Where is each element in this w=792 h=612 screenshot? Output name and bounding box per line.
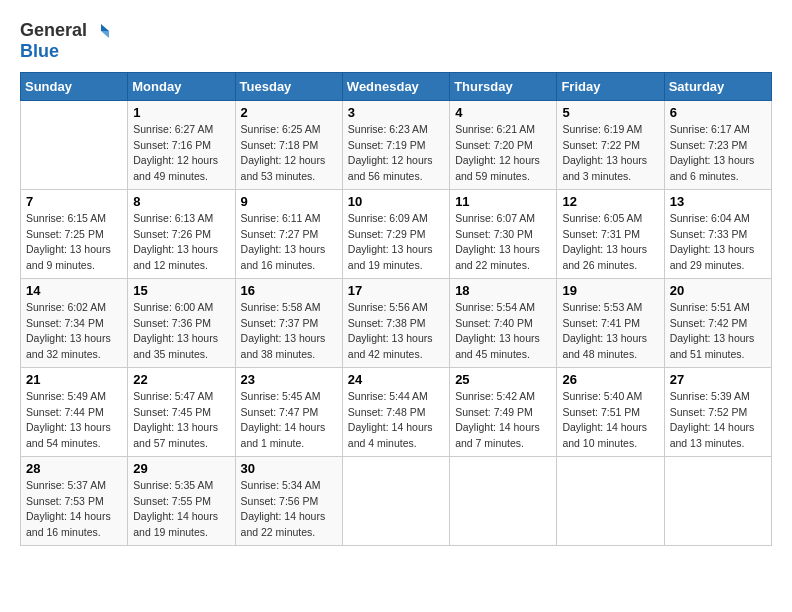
day-info: Sunrise: 5:54 AM Sunset: 7:40 PM Dayligh… — [455, 300, 551, 363]
day-info: Sunrise: 6:11 AM Sunset: 7:27 PM Dayligh… — [241, 211, 337, 274]
day-info: Sunrise: 6:02 AM Sunset: 7:34 PM Dayligh… — [26, 300, 122, 363]
day-number: 13 — [670, 194, 766, 209]
calendar-week-row: 21Sunrise: 5:49 AM Sunset: 7:44 PM Dayli… — [21, 367, 772, 456]
day-info: Sunrise: 5:56 AM Sunset: 7:38 PM Dayligh… — [348, 300, 444, 363]
calendar-body: 1Sunrise: 6:27 AM Sunset: 7:16 PM Daylig… — [21, 100, 772, 545]
day-info: Sunrise: 6:25 AM Sunset: 7:18 PM Dayligh… — [241, 122, 337, 185]
calendar-table: SundayMondayTuesdayWednesdayThursdayFrid… — [20, 72, 772, 546]
weekday-cell: Monday — [128, 72, 235, 100]
day-info: Sunrise: 6:09 AM Sunset: 7:29 PM Dayligh… — [348, 211, 444, 274]
day-number: 8 — [133, 194, 229, 209]
day-number: 29 — [133, 461, 229, 476]
day-number: 30 — [241, 461, 337, 476]
day-number: 5 — [562, 105, 658, 120]
calendar-day-cell: 26Sunrise: 5:40 AM Sunset: 7:51 PM Dayli… — [557, 367, 664, 456]
logo-bird-icon — [89, 20, 111, 42]
day-number: 6 — [670, 105, 766, 120]
day-info: Sunrise: 6:13 AM Sunset: 7:26 PM Dayligh… — [133, 211, 229, 274]
day-number: 14 — [26, 283, 122, 298]
day-info: Sunrise: 6:15 AM Sunset: 7:25 PM Dayligh… — [26, 211, 122, 274]
day-info: Sunrise: 6:19 AM Sunset: 7:22 PM Dayligh… — [562, 122, 658, 185]
calendar-day-cell: 24Sunrise: 5:44 AM Sunset: 7:48 PM Dayli… — [342, 367, 449, 456]
calendar-day-cell: 5Sunrise: 6:19 AM Sunset: 7:22 PM Daylig… — [557, 100, 664, 189]
day-info: Sunrise: 5:37 AM Sunset: 7:53 PM Dayligh… — [26, 478, 122, 541]
day-info: Sunrise: 5:44 AM Sunset: 7:48 PM Dayligh… — [348, 389, 444, 452]
logo: General Blue — [20, 20, 111, 62]
calendar-day-cell: 20Sunrise: 5:51 AM Sunset: 7:42 PM Dayli… — [664, 278, 771, 367]
day-number: 17 — [348, 283, 444, 298]
calendar-day-cell: 11Sunrise: 6:07 AM Sunset: 7:30 PM Dayli… — [450, 189, 557, 278]
day-info: Sunrise: 5:45 AM Sunset: 7:47 PM Dayligh… — [241, 389, 337, 452]
calendar-day-cell — [21, 100, 128, 189]
weekday-cell: Sunday — [21, 72, 128, 100]
calendar-day-cell: 18Sunrise: 5:54 AM Sunset: 7:40 PM Dayli… — [450, 278, 557, 367]
day-number: 15 — [133, 283, 229, 298]
day-number: 10 — [348, 194, 444, 209]
day-number: 7 — [26, 194, 122, 209]
day-info: Sunrise: 5:39 AM Sunset: 7:52 PM Dayligh… — [670, 389, 766, 452]
day-number: 23 — [241, 372, 337, 387]
calendar-day-cell: 22Sunrise: 5:47 AM Sunset: 7:45 PM Dayli… — [128, 367, 235, 456]
day-number: 18 — [455, 283, 551, 298]
day-info: Sunrise: 5:49 AM Sunset: 7:44 PM Dayligh… — [26, 389, 122, 452]
calendar-day-cell: 27Sunrise: 5:39 AM Sunset: 7:52 PM Dayli… — [664, 367, 771, 456]
calendar-day-cell: 23Sunrise: 5:45 AM Sunset: 7:47 PM Dayli… — [235, 367, 342, 456]
calendar-day-cell: 8Sunrise: 6:13 AM Sunset: 7:26 PM Daylig… — [128, 189, 235, 278]
calendar-week-row: 28Sunrise: 5:37 AM Sunset: 7:53 PM Dayli… — [21, 456, 772, 545]
weekday-cell: Wednesday — [342, 72, 449, 100]
day-number: 11 — [455, 194, 551, 209]
logo-text: General Blue — [20, 20, 111, 62]
calendar-day-cell: 15Sunrise: 6:00 AM Sunset: 7:36 PM Dayli… — [128, 278, 235, 367]
calendar-day-cell: 13Sunrise: 6:04 AM Sunset: 7:33 PM Dayli… — [664, 189, 771, 278]
day-info: Sunrise: 6:21 AM Sunset: 7:20 PM Dayligh… — [455, 122, 551, 185]
day-number: 25 — [455, 372, 551, 387]
day-info: Sunrise: 6:04 AM Sunset: 7:33 PM Dayligh… — [670, 211, 766, 274]
calendar-day-cell: 9Sunrise: 6:11 AM Sunset: 7:27 PM Daylig… — [235, 189, 342, 278]
weekday-cell: Friday — [557, 72, 664, 100]
day-info: Sunrise: 5:34 AM Sunset: 7:56 PM Dayligh… — [241, 478, 337, 541]
day-number: 19 — [562, 283, 658, 298]
day-info: Sunrise: 6:05 AM Sunset: 7:31 PM Dayligh… — [562, 211, 658, 274]
calendar-day-cell: 6Sunrise: 6:17 AM Sunset: 7:23 PM Daylig… — [664, 100, 771, 189]
day-number: 16 — [241, 283, 337, 298]
day-number: 12 — [562, 194, 658, 209]
day-info: Sunrise: 5:51 AM Sunset: 7:42 PM Dayligh… — [670, 300, 766, 363]
day-number: 2 — [241, 105, 337, 120]
day-info: Sunrise: 5:53 AM Sunset: 7:41 PM Dayligh… — [562, 300, 658, 363]
day-number: 4 — [455, 105, 551, 120]
calendar-day-cell: 4Sunrise: 6:21 AM Sunset: 7:20 PM Daylig… — [450, 100, 557, 189]
calendar-day-cell — [342, 456, 449, 545]
calendar-day-cell: 17Sunrise: 5:56 AM Sunset: 7:38 PM Dayli… — [342, 278, 449, 367]
day-number: 26 — [562, 372, 658, 387]
day-number: 3 — [348, 105, 444, 120]
day-info: Sunrise: 5:40 AM Sunset: 7:51 PM Dayligh… — [562, 389, 658, 452]
day-info: Sunrise: 5:42 AM Sunset: 7:49 PM Dayligh… — [455, 389, 551, 452]
calendar-day-cell: 3Sunrise: 6:23 AM Sunset: 7:19 PM Daylig… — [342, 100, 449, 189]
day-info: Sunrise: 5:35 AM Sunset: 7:55 PM Dayligh… — [133, 478, 229, 541]
svg-marker-0 — [101, 24, 109, 31]
day-info: Sunrise: 6:27 AM Sunset: 7:16 PM Dayligh… — [133, 122, 229, 185]
day-number: 24 — [348, 372, 444, 387]
calendar-week-row: 1Sunrise: 6:27 AM Sunset: 7:16 PM Daylig… — [21, 100, 772, 189]
day-info: Sunrise: 6:07 AM Sunset: 7:30 PM Dayligh… — [455, 211, 551, 274]
day-info: Sunrise: 5:47 AM Sunset: 7:45 PM Dayligh… — [133, 389, 229, 452]
svg-marker-1 — [101, 31, 109, 38]
day-number: 20 — [670, 283, 766, 298]
day-number: 9 — [241, 194, 337, 209]
calendar-day-cell: 29Sunrise: 5:35 AM Sunset: 7:55 PM Dayli… — [128, 456, 235, 545]
calendar-week-row: 14Sunrise: 6:02 AM Sunset: 7:34 PM Dayli… — [21, 278, 772, 367]
calendar-day-cell: 10Sunrise: 6:09 AM Sunset: 7:29 PM Dayli… — [342, 189, 449, 278]
calendar-day-cell: 25Sunrise: 5:42 AM Sunset: 7:49 PM Dayli… — [450, 367, 557, 456]
calendar-day-cell: 21Sunrise: 5:49 AM Sunset: 7:44 PM Dayli… — [21, 367, 128, 456]
calendar-day-cell: 30Sunrise: 5:34 AM Sunset: 7:56 PM Dayli… — [235, 456, 342, 545]
weekday-cell: Thursday — [450, 72, 557, 100]
header: General Blue — [20, 20, 772, 62]
day-number: 27 — [670, 372, 766, 387]
day-number: 21 — [26, 372, 122, 387]
calendar-day-cell: 14Sunrise: 6:02 AM Sunset: 7:34 PM Dayli… — [21, 278, 128, 367]
weekday-cell: Saturday — [664, 72, 771, 100]
day-number: 28 — [26, 461, 122, 476]
calendar-day-cell: 19Sunrise: 5:53 AM Sunset: 7:41 PM Dayli… — [557, 278, 664, 367]
weekday-header-row: SundayMondayTuesdayWednesdayThursdayFrid… — [21, 72, 772, 100]
day-number: 22 — [133, 372, 229, 387]
